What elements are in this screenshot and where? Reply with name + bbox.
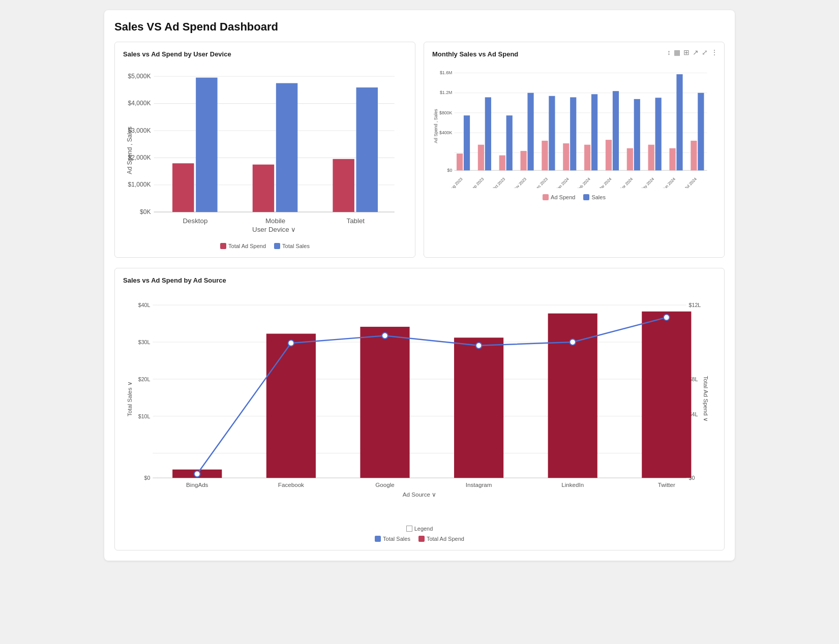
monthly-legend-adspend-label: Ad Spend bbox=[551, 194, 575, 200]
source-legend-sales: Total Sales bbox=[375, 536, 410, 542]
svg-text:Oct 2023: Oct 2023 bbox=[491, 176, 506, 188]
monthly-jan-sales bbox=[570, 97, 576, 170]
source-linkedin-dot bbox=[570, 339, 576, 345]
source-chart-title: Sales vs Ad Spend by Ad Source bbox=[123, 277, 716, 284]
svg-text:Jan 2024: Jan 2024 bbox=[555, 176, 571, 188]
svg-text:BingAds: BingAds bbox=[186, 481, 208, 487]
monthly-may-adspend bbox=[648, 145, 654, 171]
external-link-icon[interactable]: ↗ bbox=[693, 48, 699, 56]
svg-text:Dec 2023: Dec 2023 bbox=[533, 176, 549, 188]
monthly-sep-adspend bbox=[478, 145, 484, 171]
monthly-chart-svg: Ad Spend , Sales $1.6M $1.2M $800K $400K… bbox=[432, 64, 716, 188]
monthly-chart-actions: ↕ ▦ ⊞ ↗ ⤢ ⋮ bbox=[667, 48, 718, 56]
sort-icon[interactable]: ↕ bbox=[667, 48, 671, 56]
svg-text:Total Sales ∨: Total Sales ∨ bbox=[127, 381, 133, 416]
monthly-jun-sales bbox=[676, 74, 682, 170]
monthly-mar-sales bbox=[613, 91, 619, 170]
source-legend-sales-label: Total Sales bbox=[383, 536, 410, 542]
svg-text:Mobile: Mobile bbox=[265, 217, 285, 225]
dashboard: Sales VS Ad Spend Dashboard Sales vs Ad … bbox=[104, 10, 735, 561]
source-google-bar bbox=[360, 327, 409, 478]
monthly-apr-adspend bbox=[627, 148, 633, 171]
svg-text:$1.6M: $1.6M bbox=[440, 70, 452, 75]
svg-text:$10L: $10L bbox=[138, 413, 151, 419]
svg-text:Sep 2023: Sep 2023 bbox=[469, 176, 485, 188]
monthly-nov-sales bbox=[527, 93, 533, 171]
source-google-dot bbox=[382, 332, 388, 339]
monthly-oct-adspend bbox=[499, 156, 505, 171]
source-legend-title: Legend bbox=[406, 526, 433, 532]
svg-text:Aug 2023: Aug 2023 bbox=[448, 176, 464, 188]
svg-text:Apr 2024: Apr 2024 bbox=[619, 176, 634, 188]
expand-icon[interactable]: ⊞ bbox=[683, 48, 690, 56]
monthly-aug-adspend bbox=[457, 154, 463, 170]
device-tablet-adspend-bar bbox=[333, 159, 354, 212]
svg-text:$400K: $400K bbox=[439, 130, 452, 135]
device-legend-sales: Total Sales bbox=[274, 243, 310, 249]
svg-text:Ad Source ∨: Ad Source ∨ bbox=[403, 491, 437, 498]
svg-text:Total Ad Spend ∨: Total Ad Spend ∨ bbox=[703, 376, 709, 422]
svg-text:Twitter: Twitter bbox=[658, 481, 675, 487]
svg-text:Desktop: Desktop bbox=[183, 217, 207, 225]
monthly-jul-sales bbox=[698, 93, 704, 171]
monthly-chart-card: Monthly Sales vs Ad Spend ↕ ▦ ⊞ ↗ ⤢ ⋮ Ad… bbox=[424, 42, 725, 258]
svg-text:$4,000K: $4,000K bbox=[128, 100, 151, 107]
more-options-icon[interactable]: ⋮ bbox=[711, 48, 718, 56]
svg-text:Feb 2024: Feb 2024 bbox=[576, 176, 591, 188]
svg-text:User Device ∨: User Device ∨ bbox=[252, 226, 296, 233]
monthly-legend-sales-label: Sales bbox=[591, 194, 606, 200]
source-chart-card: Sales vs Ad Spend by Ad Source Total Sal… bbox=[114, 268, 725, 550]
source-instagram-bar bbox=[454, 338, 503, 478]
device-legend-sales-label: Total Sales bbox=[282, 243, 310, 249]
svg-text:$3,000K: $3,000K bbox=[128, 127, 151, 134]
monthly-jun-adspend bbox=[669, 148, 675, 171]
svg-text:Jul 2024: Jul 2024 bbox=[684, 176, 698, 188]
dashboard-title: Sales VS Ad Spend Dashboard bbox=[114, 20, 725, 34]
svg-text:$12L: $12L bbox=[689, 302, 701, 308]
device-chart-svg: Ad Spend , Sales $5,000K $4,000K $3,000K… bbox=[123, 64, 407, 237]
monthly-jul-adspend bbox=[691, 141, 697, 170]
device-desktop-adspend-bar bbox=[172, 163, 194, 212]
device-desktop-sales-bar bbox=[196, 78, 217, 212]
source-chart-legend: Total Sales Total Ad Spend bbox=[375, 536, 464, 542]
source-facebook-bar bbox=[266, 333, 316, 478]
device-mobile-sales-bar bbox=[276, 83, 297, 212]
monthly-legend-adspend: Ad Spend bbox=[543, 194, 575, 200]
svg-text:$0K: $0K bbox=[140, 208, 151, 216]
bar-chart-icon[interactable]: ▦ bbox=[674, 48, 680, 56]
device-chart-legend: Total Ad Spend Total Sales bbox=[123, 243, 407, 249]
monthly-legend-sales: Sales bbox=[583, 194, 606, 200]
device-chart-card: Sales vs Ad Spend by User Device Ad Spen… bbox=[114, 42, 415, 258]
monthly-legend-sales-color bbox=[583, 194, 589, 200]
svg-text:Facebook: Facebook bbox=[278, 481, 304, 487]
svg-text:$30L: $30L bbox=[138, 339, 151, 345]
source-legend-sales-color bbox=[375, 536, 381, 542]
source-legend-adspend: Total Ad Spend bbox=[418, 536, 464, 542]
svg-text:$1.2M: $1.2M bbox=[440, 90, 452, 95]
svg-text:Ad Spend , Sales: Ad Spend , Sales bbox=[433, 109, 438, 143]
monthly-sep-sales bbox=[485, 97, 491, 170]
svg-text:May 2024: May 2024 bbox=[640, 176, 655, 188]
source-bingads-dot bbox=[194, 471, 200, 477]
source-legend-adspend-label: Total Ad Spend bbox=[427, 536, 464, 542]
source-chart-legend-title-row: Legend bbox=[406, 526, 433, 532]
device-tablet-sales-bar bbox=[356, 87, 378, 212]
device-chart-title: Sales vs Ad Spend by User Device bbox=[123, 50, 407, 58]
monthly-may-sales bbox=[655, 98, 662, 170]
source-twitter-dot bbox=[664, 314, 670, 320]
svg-text:Nov 2023: Nov 2023 bbox=[512, 176, 528, 188]
svg-text:Jun 2024: Jun 2024 bbox=[662, 176, 677, 188]
monthly-legend-adspend-color bbox=[543, 194, 549, 200]
svg-text:Tablet: Tablet bbox=[347, 217, 365, 225]
monthly-jan-adspend bbox=[563, 143, 569, 170]
device-legend-adspend-color bbox=[220, 243, 226, 249]
monthly-oct-sales bbox=[506, 115, 513, 170]
source-legend-checkbox bbox=[406, 526, 412, 532]
monthly-dec-adspend bbox=[542, 141, 548, 170]
device-legend-adspend: Total Ad Spend bbox=[220, 243, 266, 249]
fullscreen-icon[interactable]: ⤢ bbox=[702, 48, 708, 56]
device-legend-sales-color bbox=[274, 243, 280, 249]
svg-text:$800K: $800K bbox=[439, 110, 452, 115]
svg-text:Instagram: Instagram bbox=[466, 481, 492, 487]
svg-text:$2,000K: $2,000K bbox=[128, 154, 151, 161]
